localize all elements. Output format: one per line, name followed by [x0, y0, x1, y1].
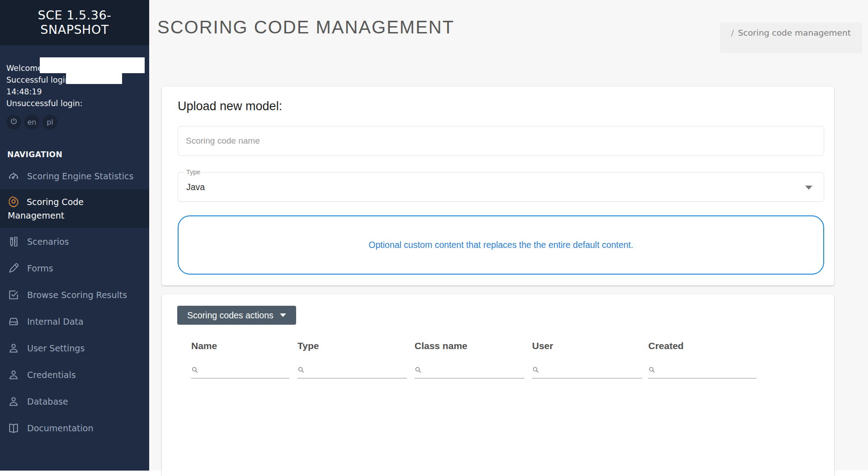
- forms-pen-icon: [8, 262, 19, 274]
- created-filter: [648, 360, 756, 378]
- sidebar-item-forms[interactable]: Forms: [0, 255, 149, 281]
- breadcrumb-current-page: Scoring code management: [738, 28, 851, 37]
- power-icon: [10, 117, 18, 127]
- sidebar-nav: Scoring Engine Statistics Scoring Code M…: [0, 163, 149, 441]
- sidebar: SCE 1.5.36-SNAPSHOT Welcome Successful l…: [0, 0, 149, 471]
- chevron-down-icon: [805, 186, 812, 190]
- type-select-value: Java: [186, 173, 205, 201]
- user-info-block: Welcome Successful login: 14:48:19 Unsuc…: [6, 62, 143, 109]
- sidebar-item-label: Database: [27, 397, 68, 406]
- sidebar-item-label: Internal Data: [27, 317, 84, 327]
- name-filter: [191, 360, 289, 378]
- sidebar-item-scoring-engine-statistics[interactable]: Scoring Engine Statistics: [0, 163, 149, 189]
- database-user-icon: [8, 396, 19, 407]
- documentation-book-icon: [8, 422, 19, 434]
- breadcrumb: /Scoring code management: [720, 23, 862, 53]
- search-icon: [297, 366, 305, 375]
- type-filter: [297, 360, 407, 378]
- scenarios-icon: [8, 236, 19, 247]
- sidebar-item-label: Scenarios: [27, 237, 69, 247]
- breadcrumb-separator: /: [731, 28, 734, 37]
- sidebar-item-label: Credentials: [27, 370, 76, 380]
- redacted-login-date: [66, 73, 122, 84]
- redacted-username: [40, 57, 145, 73]
- type-select[interactable]: Type Java: [178, 172, 824, 202]
- column-header-user: User: [532, 341, 553, 351]
- search-icon: [415, 366, 422, 375]
- sidebar-item-user-settings[interactable]: User Settings: [0, 335, 149, 361]
- gauge-icon: [8, 170, 19, 182]
- scoring-codes-table-card: Scoring codes actions Name Type Class na…: [162, 294, 834, 476]
- scoring-code-name-input[interactable]: [178, 126, 824, 156]
- app-title: SCE 1.5.36-SNAPSHOT: [25, 8, 124, 37]
- language-pl-button[interactable]: pl: [42, 115, 57, 130]
- sidebar-item-label: Scoring Engine Statistics: [27, 171, 133, 181]
- created-filter-input[interactable]: [658, 366, 756, 375]
- sidebar-item-credentials[interactable]: Credentials: [0, 361, 149, 388]
- column-header-class-name: Class name: [415, 341, 467, 351]
- column-header-type: Type: [297, 341, 319, 351]
- sidebar-item-label: Browse Scoring Results: [27, 290, 127, 300]
- sidebar-item-browse-scoring-results[interactable]: Browse Scoring Results: [0, 281, 149, 308]
- user-icon: [8, 342, 19, 354]
- search-icon: [532, 366, 539, 375]
- main-content: SCORING CODE MANAGEMENT /Scoring code ma…: [149, 0, 868, 471]
- upload-card-heading: Upload new model:: [178, 99, 282, 113]
- sidebar-quick-buttons: en pl: [6, 115, 149, 130]
- sidebar-item-internal-data[interactable]: Internal Data: [0, 308, 149, 335]
- internal-data-icon: [8, 316, 19, 327]
- name-filter-input[interactable]: [201, 366, 289, 375]
- sidebar-item-label: Forms: [27, 263, 53, 273]
- login-time: 14:48:19: [6, 86, 143, 98]
- dropdown-caret-icon: [280, 313, 286, 317]
- language-en-button[interactable]: en: [24, 115, 39, 130]
- search-icon: [191, 366, 198, 375]
- sidebar-item-scoring-code-management[interactable]: Scoring Code Management: [0, 189, 149, 228]
- custom-content-dropzone[interactable]: Optional custom content that replaces th…: [178, 215, 824, 275]
- user-filter-input[interactable]: [542, 366, 642, 375]
- gear-icon: [8, 196, 19, 207]
- sidebar-header: SCE 1.5.36-SNAPSHOT: [0, 0, 149, 45]
- class-name-filter: [415, 360, 524, 378]
- unsuccessful-login-label: Unsuccessful login:: [6, 98, 143, 109]
- sidebar-item-documentation[interactable]: Documentation: [0, 415, 149, 441]
- page-title: SCORING CODE MANAGEMENT: [157, 17, 454, 37]
- sidebar-item-database[interactable]: Database: [0, 388, 149, 415]
- upload-model-card: Upload new model: Type Java Optional cus…: [162, 87, 834, 285]
- browse-results-icon: [8, 289, 19, 301]
- class-name-filter-input[interactable]: [425, 366, 524, 375]
- column-header-name: Name: [191, 341, 217, 351]
- sidebar-item-scenarios[interactable]: Scenarios: [0, 228, 149, 255]
- sidebar-item-label: Documentation: [27, 423, 93, 433]
- scoring-codes-actions-button[interactable]: Scoring codes actions: [177, 306, 296, 325]
- credentials-user-icon: [8, 369, 19, 381]
- navigation-heading: NAVIGATION: [7, 150, 149, 159]
- dropzone-text: Optional custom content that replaces th…: [368, 240, 633, 250]
- type-filter-input[interactable]: [307, 366, 407, 375]
- search-icon: [648, 366, 656, 375]
- sidebar-item-label: User Settings: [27, 343, 85, 353]
- actions-button-label: Scoring codes actions: [187, 310, 274, 321]
- column-header-created: Created: [648, 341, 684, 351]
- logout-power-button[interactable]: [6, 115, 21, 130]
- user-filter: [532, 360, 642, 378]
